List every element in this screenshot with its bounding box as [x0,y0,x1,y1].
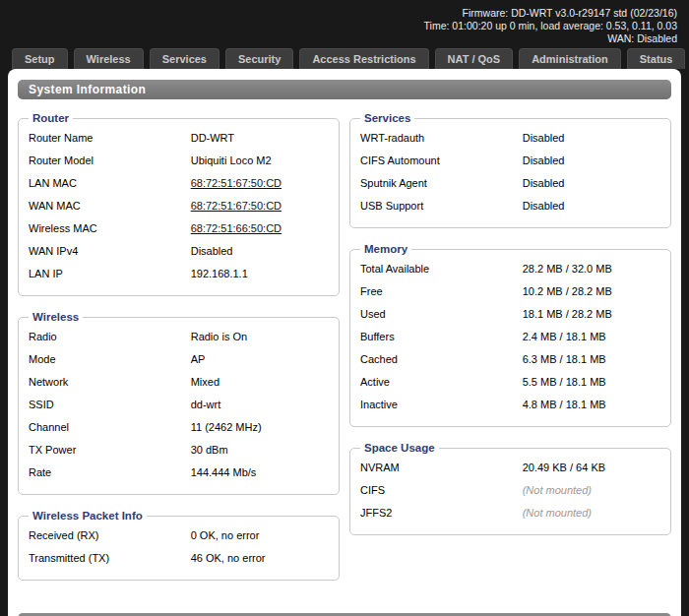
row-label: NVRAM [360,462,523,474]
row-value: 46 OK, no error [191,552,329,565]
row-label: Router Name [29,132,191,145]
section-title: Wireless Packet Info [29,510,147,522]
section-router: RouterRouter NameDD-WRTRouter ModelUbiqu… [18,112,340,296]
row-value: 18.1 MB / 28.2 MB [523,308,660,321]
row-label: Inactive [360,399,523,411]
tab-status[interactable]: Status [627,48,686,69]
row-value: DD-WRT [191,132,329,145]
tab-wireless[interactable]: Wireless [74,48,144,69]
row-label: Total Available [360,263,523,276]
table-row: TX Power30 dBm [29,439,329,462]
row-value: Radio is On [191,331,329,343]
table-row: Router ModelUbiquiti Loco M2 [29,150,329,172]
table-row: CIFS AutomountDisabled [360,150,660,172]
row-value: Mixed [191,376,329,389]
row-label: JFFS2 [360,507,523,520]
table-row: Free10.2 MB / 28.2 MB [360,280,660,303]
row-label: Network [29,376,191,389]
table-row: Active5.5 MB / 18.1 MB [360,371,660,394]
row-value: AP [191,353,329,366]
tab-administration[interactable]: Administration [519,48,621,69]
table-row: WRT-radauthDisabled [360,127,660,150]
row-value: dd-wrt [191,399,329,411]
row-label: Mode [29,353,191,366]
row-label: Active [360,376,523,389]
table-row: Buffers2.4 MB / 18.1 MB [360,326,660,348]
row-label: SSID [29,399,191,411]
row-label: USB Support [360,200,523,213]
tab-bar: SetupWirelessServicesSecurityAccess Rest… [0,49,689,69]
firmware-info: Firmware: DD-WRT v3.0-r29147 std (02/23/… [0,7,677,20]
row-value: 10.2 MB / 28.2 MB [523,285,660,298]
table-row: Inactive4.8 MB / 18.1 MB [360,394,660,416]
section-title: Services [360,112,414,124]
row-label: WAN MAC [29,200,191,213]
row-label: Used [360,308,523,321]
table-row: Channel11 (2462 MHz) [29,416,329,439]
wan-status: WAN: Disabled [0,32,677,45]
row-label: Received (RX) [29,529,191,542]
row-label: LAN MAC [29,177,191,190]
row-value: Disabled [523,132,660,145]
table-row: WAN MAC68:72:51:67:50:CD [29,195,329,217]
tab-services[interactable]: Services [150,48,219,69]
row-value: 6.3 MB / 18.1 MB [523,353,660,366]
section-title: Memory [360,243,411,255]
table-row: NVRAM20.49 KB / 64 KB [360,457,660,479]
row-value: (Not mounted) [523,484,660,497]
row-label: Radio [29,331,191,343]
row-value: 20.49 KB / 64 KB [523,462,660,474]
tab-security[interactable]: Security [225,48,293,69]
section-title: Wireless [29,311,83,323]
row-label: Cached [360,353,523,366]
row-label: Sputnik Agent [360,177,523,190]
row-value: Disabled [191,245,329,258]
table-row: LAN IP192.168.1.1 [29,263,329,285]
section-title: Space Usage [360,442,439,454]
row-value: 4.8 MB / 18.1 MB [523,399,660,411]
row-label: WAN IPv4 [29,245,191,258]
table-row: Received (RX)0 OK, no error [29,524,329,547]
fieldset-columns: RouterRouter NameDD-WRTRouter ModelUbiqu… [18,112,671,595]
row-label: Wireless MAC [29,222,191,235]
row-value: 30 dBm [191,444,329,457]
table-row: JFFS2(Not mounted) [360,502,660,524]
mac-address-link[interactable]: 68:72:51:67:50:CD [191,177,329,190]
table-row: NetworkMixed [29,371,329,394]
row-value: 11 (2462 MHz) [191,421,329,434]
table-row: Rate144.444 Mb/s [29,462,329,484]
row-label: Buffers [360,331,523,343]
table-row: RadioRadio is On [29,326,329,348]
table-row: Cached6.3 MB / 18.1 MB [360,348,660,371]
table-row: Wireless MAC68:72:51:66:50:CD [29,217,329,240]
row-value: 0 OK, no error [191,529,329,542]
table-row: CIFS(Not mounted) [360,479,660,502]
content-panel: System Information RouterRouter NameDD-W… [8,69,681,616]
row-label: Router Model [29,154,191,167]
section-space-usage: Space UsageNVRAM20.49 KB / 64 KBCIFS(Not… [349,442,671,535]
row-value: 5.5 MB / 18.1 MB [523,376,660,389]
table-row: Sputnik AgentDisabled [360,172,660,195]
table-row: LAN MAC68:72:51:67:50:CD [29,172,329,195]
table-row: SSIDdd-wrt [29,394,329,416]
left-column: RouterRouter NameDD-WRTRouter ModelUbiqu… [18,112,340,595]
row-label: LAN IP [29,268,191,280]
tab-setup[interactable]: Setup [12,48,68,69]
row-value: 144.444 Mb/s [191,466,329,479]
table-row: Total Available28.2 MB / 32.0 MB [360,258,660,280]
mac-address-link[interactable]: 68:72:51:66:50:CD [191,222,329,235]
section-wireless: WirelessRadioRadio is OnModeAPNetworkMix… [18,311,340,495]
row-value: Disabled [523,154,660,167]
row-value: (Not mounted) [523,507,660,520]
row-value: Ubiquiti Loco M2 [191,154,329,167]
table-row: Router NameDD-WRT [29,127,329,150]
row-label: WRT-radauth [360,132,523,145]
row-label: Free [360,285,523,298]
mac-address-link[interactable]: 68:72:51:67:50:CD [191,200,329,213]
tab-nat-qos[interactable]: NAT / QoS [435,48,514,69]
tab-access-restrictions[interactable]: Access Restrictions [299,48,428,69]
section-header-system-information: System Information [18,80,671,99]
row-value: Disabled [523,200,660,213]
row-label: Rate [29,466,191,479]
right-column: ServicesWRT-radauthDisabledCIFS Automoun… [349,112,671,595]
